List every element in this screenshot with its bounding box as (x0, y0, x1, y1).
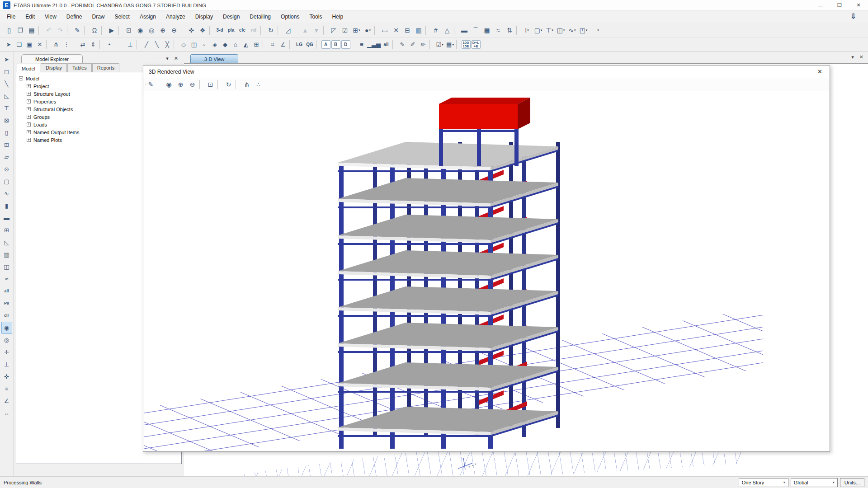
drop-points-icon[interactable]: ⋮ (61, 40, 72, 50)
edit-grid-icon[interactable]: ⊞ (251, 40, 262, 50)
draw-link-icon[interactable]: ∿ (1, 188, 12, 200)
rv-zoom-in-icon[interactable]: ⊕ (175, 79, 186, 90)
model-explorer-tab[interactable]: Model Explorer (21, 54, 83, 63)
draw-wall-icon[interactable]: ◫ (189, 40, 199, 50)
merge-joints-icon[interactable]: ⇄ (78, 40, 88, 50)
previous-selection-icon[interactable]: ⊞▾ (351, 25, 362, 36)
object-shrink-toggle-icon[interactable]: ◿ (283, 25, 294, 36)
elevation-view-icon[interactable]: ▥ (413, 25, 425, 36)
rv-view-options-icon[interactable]: ∴ (253, 79, 264, 90)
select-all-icon[interactable]: ☑ (340, 25, 351, 36)
draw-wall-stack-icon[interactable]: ▥ (1, 249, 12, 261)
show-option-d-button[interactable]: D (341, 40, 350, 49)
explorer-close-icon[interactable]: ✕ (174, 56, 178, 61)
draw-document-icon[interactable]: ▯ (1, 127, 12, 139)
tree-expander[interactable]: + (27, 130, 31, 134)
pen-draw-icon[interactable]: ✎ (72, 25, 83, 36)
close-button[interactable]: ✕ (849, 0, 868, 10)
tree-expander[interactable]: + (27, 115, 31, 119)
pan-icon[interactable]: ✜ (186, 25, 197, 36)
select-pointer-icon[interactable]: ◸ (328, 25, 340, 36)
tree-expander[interactable]: + (27, 138, 31, 142)
frame-property-combo-icon[interactable]: I▾ (521, 25, 533, 36)
view-close-icon[interactable]: ✕ (859, 54, 863, 60)
lock-model-icon[interactable]: Ω (89, 25, 100, 36)
draw-quad-icon[interactable]: ▱ (1, 151, 12, 163)
snap-angle-icon[interactable]: ∠ (278, 40, 288, 50)
view-collapse-icon[interactable]: ▾ (851, 54, 854, 60)
view-elevation-button[interactable]: ele (237, 25, 248, 36)
show-all-button[interactable]: all (381, 40, 392, 50)
draw-ramp-icon[interactable]: ◺ (1, 236, 12, 249)
rubber-band-zoom-icon[interactable]: ⊡ (123, 25, 135, 36)
rectangle-select-icon[interactable]: ▭ (379, 25, 391, 36)
paste-icon[interactable]: ▣ (24, 40, 35, 50)
rv-zoom-out-icon[interactable]: ⊖ (187, 79, 198, 90)
snap-options-icon[interactable]: # (430, 25, 442, 36)
draw-pen-3-icon[interactable]: ✏ (418, 40, 429, 50)
open-icon[interactable]: ❐ (15, 25, 26, 36)
snap-to-lines-icon[interactable]: ✜ (1, 371, 12, 383)
quick-draw-area-icon[interactable]: ◆ (220, 40, 231, 50)
tree-expander[interactable]: + (27, 122, 31, 127)
measure-angle-icon[interactable]: ∠ (1, 395, 12, 407)
menu-analyze[interactable]: Analyze (161, 11, 190, 22)
draw-node-icon[interactable]: ⊡ (1, 139, 12, 151)
text-property-combo-icon[interactable]: ◫▾ (555, 25, 566, 36)
draw-window-icon[interactable]: ▫ (199, 40, 210, 50)
copy-icon[interactable]: ❏ (14, 40, 24, 50)
tree-expander[interactable]: + (27, 84, 31, 88)
box-property-combo-icon[interactable]: ▢▾ (533, 25, 544, 36)
rv-zoom-extents-icon[interactable]: ◉ (163, 79, 175, 90)
tree-expander[interactable]: + (27, 107, 31, 111)
draw-stair-icon[interactable]: ≈ (1, 273, 12, 285)
align-objects-icon[interactable]: ⇕ (88, 40, 99, 50)
perspective-toggle-icon[interactable]: ❖ (197, 25, 208, 36)
dimension-lines-icon[interactable]: ↔ (1, 407, 12, 419)
snap-to-perpendicular-icon[interactable]: ⊥ (1, 358, 12, 371)
rv-rubber-band-zoom-icon[interactable]: ⊡ (205, 79, 216, 90)
tree-expander[interactable]: + (27, 92, 31, 96)
view-3d-button[interactable]: 3-d (214, 25, 226, 36)
menu-tools[interactable]: Tools (304, 11, 327, 22)
draw-joint-icon[interactable]: • (104, 40, 115, 50)
explorer-tab-tables[interactable]: Tables (67, 63, 92, 72)
save-icon[interactable]: ▤ (26, 25, 38, 36)
draw-pin-icon[interactable]: ⊙ (1, 163, 12, 175)
zoom-in-icon[interactable]: ⊕ (157, 25, 169, 36)
cone-axis-icon[interactable]: △ (442, 25, 453, 36)
show-all-objects-button[interactable]: all (1, 285, 12, 297)
toolbar-drag-handle[interactable]: ⁞ (145, 81, 146, 86)
draw-floor-area-icon[interactable]: ⊞ (1, 224, 12, 236)
explorer-tab-display[interactable]: Display (41, 63, 67, 72)
rendered-view-window[interactable]: 3D Rendered View ✕ ✎◉⊕⊖⊡↻⋔∴ ⁞ (143, 65, 830, 452)
draw-column-icon[interactable]: ▮ (1, 200, 12, 212)
load-combo-dle-button[interactable]: D+L +E (472, 40, 481, 49)
rotate-3d-view-icon[interactable]: ↻ (265, 25, 277, 36)
tee-property-combo-icon[interactable]: ⊤▾ (544, 25, 555, 36)
line-intersect-select-icon[interactable]: ✕ (391, 25, 402, 36)
draw-opening-icon[interactable]: ◫ (1, 261, 12, 273)
extrude-mode-icon[interactable]: ≡ (1, 383, 12, 395)
zoom-in-one-step-icon[interactable]: ◉ (135, 25, 146, 36)
previous-zoom-icon[interactable]: ◎ (146, 25, 157, 36)
tab-3d-view[interactable]: 3-D View (190, 54, 238, 63)
undo-icon[interactable]: ↶ (43, 25, 55, 36)
bridge-wizard-icon[interactable]: ⌒ (470, 25, 481, 36)
tree-expander[interactable]: + (27, 99, 31, 103)
draw-frame-icon[interactable]: — (115, 40, 125, 50)
line-style-combo-icon[interactable]: —▾ (589, 25, 600, 36)
story-selector[interactable]: One Story ▾ (739, 478, 788, 487)
plumb-lines-icon[interactable]: ⋔ (51, 40, 61, 50)
wall-property-combo-icon[interactable]: ◰▾ (578, 25, 589, 36)
draw-pen-1-icon[interactable]: ✎ (397, 40, 408, 50)
show-deformed-shape-icon[interactable]: ≡ (357, 40, 367, 50)
check-model-combo-icon[interactable]: ☑▾ (434, 40, 445, 50)
snap-to-ends-icon[interactable]: ◉ (1, 322, 12, 334)
rv-set-view-limits-icon[interactable]: ⋔ (241, 79, 252, 90)
menu-detailing[interactable]: Detailing (245, 11, 276, 22)
pointer-tool-icon[interactable]: ➤ (4, 40, 14, 50)
load-group-button[interactable]: LG (294, 40, 305, 50)
new-model-icon[interactable]: ▯ (4, 25, 15, 36)
background-image-icon[interactable]: ▦ (481, 25, 493, 36)
